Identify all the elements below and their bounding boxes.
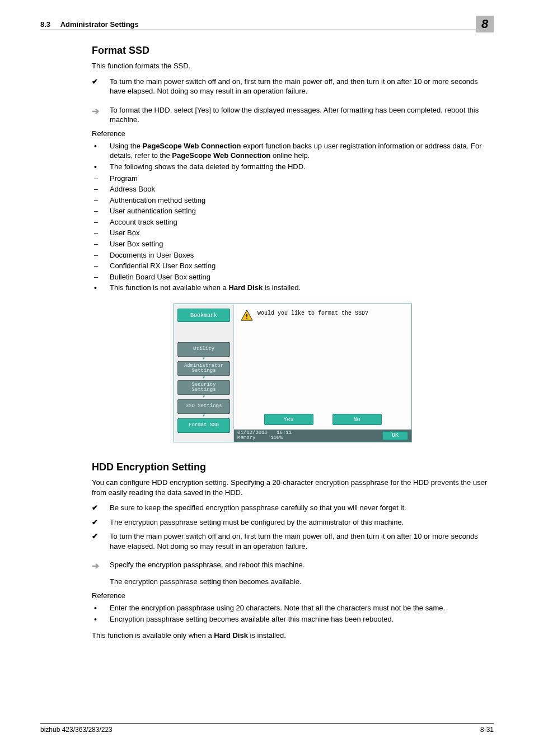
- bullet-icon: [92, 141, 110, 161]
- intro-text-s1: This function formats the SSD.: [92, 61, 494, 71]
- arrow-icon: [92, 105, 110, 125]
- s2-check1: Be sure to keep the specified encryption…: [110, 503, 494, 513]
- dash-icon: [92, 184, 110, 194]
- dash-icon: [92, 250, 110, 260]
- dash-icon: [92, 174, 110, 184]
- s1-ref3: This function is not available when a Ha…: [110, 283, 494, 293]
- s2-closing: This function is available only when a H…: [92, 631, 494, 641]
- footer-model: bizhub 423/363/283/223: [40, 726, 113, 734]
- bullet-icon: [92, 283, 110, 293]
- svg-text:!: !: [246, 312, 248, 320]
- dash-icon: [92, 261, 110, 271]
- status-memory-value: 100%: [270, 435, 283, 441]
- dash-icon: [92, 228, 110, 238]
- s1-d4: User authentication setting: [110, 206, 494, 216]
- check-icon: [92, 503, 110, 513]
- header-section-number: 8.3: [40, 20, 50, 29]
- s1-d9: Confidential RX User Box setting: [110, 261, 494, 271]
- s2-check2: The encryption passphrase setting must b…: [110, 517, 494, 528]
- check-icon: [92, 77, 110, 96]
- heading-format-ssd: Format SSD: [92, 45, 494, 57]
- s2-ref1: Enter the encryption passphrase using 20…: [110, 603, 494, 614]
- dash-icon: [92, 239, 110, 249]
- intro-text-s2: You can configure HDD encryption setting…: [92, 478, 494, 497]
- footer-page-number: 8-31: [480, 726, 494, 734]
- bullet-icon: [92, 614, 110, 625]
- dash-icon: [92, 272, 110, 282]
- crumb-security-settings[interactable]: Security Settings: [177, 380, 230, 395]
- s2-arrow1: Specify the encryption passphrase, and r…: [110, 560, 494, 572]
- header-section-title: Administrator Settings: [60, 20, 139, 29]
- s2-check3: To turn the main power switch off and on…: [110, 531, 494, 551]
- confirm-prompt: Would you like to format the SSD?: [257, 310, 368, 316]
- heading-hdd-encryption: HDD Encryption Setting: [92, 461, 494, 473]
- reference-label-s1: Reference: [92, 129, 494, 138]
- page-footer: bizhub 423/363/283/223 8-31: [40, 723, 494, 734]
- ok-button[interactable]: OK: [382, 431, 408, 440]
- status-memory-label: Memory: [237, 435, 255, 441]
- check-icon: [92, 517, 110, 528]
- chevron-down-icon: ▾: [177, 395, 230, 399]
- s1-d5: Account track setting: [110, 217, 494, 227]
- chevron-down-icon: ▾: [177, 414, 230, 418]
- check-icon: [92, 531, 110, 551]
- s1-d2: Address Book: [110, 184, 494, 194]
- s1-check1: To turn the main power switch off and on…: [110, 77, 494, 96]
- s1-d6: User Box: [110, 228, 494, 238]
- crumb-ssd-settings[interactable]: SSD Settings: [177, 399, 230, 414]
- bullet-icon: [92, 603, 110, 614]
- page-header: 8.3 Administrator Settings: [40, 20, 494, 30]
- no-button[interactable]: No: [332, 414, 382, 425]
- reference-label-s2: Reference: [92, 591, 494, 600]
- warning-icon: !: [241, 310, 253, 321]
- s2-ref2: Encryption passphrase setting becomes av…: [110, 614, 494, 625]
- chapter-badge: 8: [476, 16, 494, 32]
- crumb-format-ssd[interactable]: Format SSD: [177, 418, 230, 433]
- s1-d8: Documents in User Boxes: [110, 250, 494, 260]
- s1-ref2: The following shows the data deleted by …: [110, 162, 494, 172]
- s1-d7: User Box setting: [110, 239, 494, 249]
- status-bar: 01/12/2010 16:11 Memory 100% OK: [234, 430, 411, 442]
- s2-after-arrow: The encryption passphrase setting then b…: [110, 577, 494, 587]
- bookmark-button[interactable]: Bookmark: [177, 309, 230, 322]
- crumb-utility[interactable]: Utility: [177, 342, 230, 357]
- dash-icon: [92, 195, 110, 206]
- ui-screenshot: Bookmark Utility ▾ Administrator Setting…: [174, 304, 412, 442]
- s1-d1: Program: [110, 174, 494, 184]
- dash-icon: [92, 217, 110, 227]
- s1-d3: Authentication method setting: [110, 195, 494, 206]
- chevron-down-icon: ▾: [177, 357, 230, 361]
- breadcrumb-sidebar: Bookmark Utility ▾ Administrator Setting…: [174, 304, 233, 442]
- bullet-icon: [92, 162, 110, 172]
- chevron-down-icon: ▾: [177, 376, 230, 380]
- crumb-admin-settings[interactable]: Administrator Settings: [177, 361, 230, 376]
- arrow-icon: [92, 560, 110, 572]
- s1-arrow1: To format the HDD, select [Yes] to follo…: [110, 105, 494, 125]
- s1-d10: Bulletin Board User Box setting: [110, 272, 494, 282]
- s1-ref1: Using the PageScope Web Connection expor…: [110, 141, 494, 161]
- yes-button[interactable]: Yes: [264, 414, 313, 425]
- dash-icon: [92, 206, 110, 216]
